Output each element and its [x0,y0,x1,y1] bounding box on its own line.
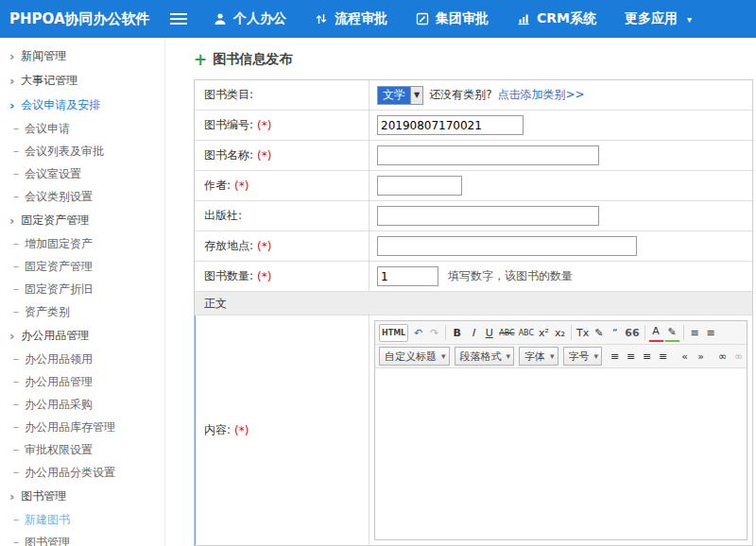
font-color-icon[interactable]: A [648,324,664,342]
dash-icon: – [13,145,19,158]
link-icon[interactable]: ∞ [714,348,730,366]
italic-icon[interactable]: I [465,324,481,342]
nav-more-apps[interactable]: 更多应用▾ [625,10,692,27]
form-row-book-name: 图书名称: (*) [195,141,752,171]
source-icon[interactable]: HTML [379,324,408,342]
nav-group-approval[interactable]: 集团审批 [416,10,489,27]
subscript-icon[interactable]: x₂ [552,324,568,342]
align-left-icon[interactable]: ≡ [607,348,623,366]
bar-chart-icon [517,12,530,26]
chevron-right-icon: › [9,98,14,112]
required-mark: (*) [257,240,271,253]
sidebar-item-3-3[interactable]: –资产类别 [0,300,164,323]
sidebar-group-label: 固定资产管理 [21,213,89,229]
rich-text-editor: HTML↶↷BIUABCABCx²x₂Tx✎“66A✎≡≡ 自定义标题▾段落格式… [374,320,747,540]
sidebar-item-5-0[interactable]: –新建图书 [0,508,164,531]
custom-title-select[interactable]: 自定义标题▾ [379,347,450,366]
sidebar-item-3-1[interactable]: –固定资产管理 [0,255,164,278]
location-input[interactable] [377,236,637,256]
strikethrough-icon[interactable]: ABC [497,324,516,342]
body-section-label: 正文 [204,296,227,312]
remove-format-icon[interactable]: Tx [575,324,591,342]
sidebar-item-2-2[interactable]: –会议室设置 [0,162,164,185]
font-size-select[interactable]: 字号▾ [563,347,603,366]
caret-down-icon: ▾ [687,14,692,25]
chevron-right-icon: › [9,49,14,63]
highlight-icon[interactable]: ✎ [664,324,680,342]
sidebar-group-0[interactable]: ›新闻管理 [0,43,164,68]
toolbar-separator [644,325,645,340]
sidebar-item-5-1[interactable]: –图书管理 [0,531,164,546]
format-painter-icon[interactable]: ✎ [591,324,607,342]
undo-icon[interactable]: ↶ [410,324,426,342]
superscript-icon[interactable]: x² [536,324,552,342]
nav-label: 集团审批 [436,10,489,27]
unordered-list-icon[interactable]: ≡ [703,324,719,342]
book-name-input[interactable] [377,145,599,165]
sidebar-item-4-5[interactable]: –办公用品分类设置 [0,461,164,484]
indent-decrease-icon[interactable]: « [677,348,693,366]
book-form: 图书类目: 文学▼ 还没有类别? 点击添加类别>> 图书编号: (*) [194,79,753,546]
sidebar-item-3-2[interactable]: –固定资产折旧 [0,278,164,300]
app-logo: PHPOA协同办公软件 [0,10,159,28]
dash-icon: – [13,122,19,135]
quote-icon[interactable]: 66 [623,324,641,342]
sidebar-item-4-3[interactable]: –办公用品库存管理 [0,416,164,438]
required-mark: (*) [257,149,271,162]
nav-crm-system[interactable]: CRM系统 [517,10,596,27]
blockquote-icon[interactable]: “ [607,324,623,342]
sidebar-item-label: 会议类别设置 [25,189,93,205]
caret-down-icon: ▼ [410,87,422,104]
sidebar-item-4-2[interactable]: –办公用品采购 [0,393,164,416]
add-category-link[interactable]: 点击添加类别>> [498,87,585,103]
topbar-nav: 个人办公流程审批集团审批CRM系统更多应用▾ [214,10,692,27]
publisher-input[interactable] [377,206,599,226]
sidebar-item-label: 会议列表及审批 [25,144,104,160]
nav-personal-office[interactable]: 个人办公 [214,10,286,27]
toolbar-separator [683,325,684,340]
bold-icon[interactable]: B [449,324,465,342]
editor-content-area[interactable] [375,368,747,539]
category-select[interactable]: 文学▼ [377,86,423,105]
add-icon: + [194,52,207,68]
author-input[interactable] [377,176,462,196]
sidebar-item-4-1[interactable]: –办公用品管理 [0,370,164,393]
nav-workflow-approval[interactable]: 流程审批 [315,10,387,27]
align-justify-icon[interactable]: ≡ [655,348,671,366]
form-row-author: 作者: (*) [195,171,752,201]
sidebar-group-2[interactable]: ›会议申请及安排 [0,93,164,117]
unlink-icon[interactable]: ∞ [730,348,747,366]
chevron-right-icon: › [9,489,14,503]
paragraph-format-select[interactable]: 段落格式▾ [455,347,515,366]
sidebar-item-2-1[interactable]: –会议列表及审批 [0,140,164,162]
indent-increase-icon[interactable]: » [693,348,709,366]
underline-icon[interactable]: U [481,324,497,342]
align-right-icon[interactable]: ≡ [639,348,655,366]
required-mark: (*) [234,179,249,193]
sidebar-group-4[interactable]: ›办公用品管理 [0,323,164,348]
ordered-list-icon[interactable]: ≡ [687,324,703,342]
redo-icon[interactable]: ↷ [426,324,442,342]
align-center-icon[interactable]: ≡ [623,348,639,366]
sidebar-item-4-4[interactable]: –审批权限设置 [0,438,164,461]
font-family-select[interactable]: 字体▾ [519,347,558,366]
form-row-content: 内容: (*) HTML↶↷BIUABCABCx²x₂Tx✎“66A✎≡≡ 自定… [195,316,752,545]
sidebar-group-label: 新闻管理 [21,48,66,64]
custom-title-select-label: 自定义标题 [385,350,437,364]
spellcheck-icon[interactable]: ABC [517,324,536,342]
form-row-category: 图书类目: 文学▼ 还没有类别? 点击添加类别>> [195,80,752,111]
sidebar-item-2-0[interactable]: –会议申请 [0,117,164,140]
sidebar-item-2-3[interactable]: –会议类别设置 [0,185,164,208]
sidebar-group-5[interactable]: ›图书管理 [0,484,164,508]
sidebar-group-3[interactable]: ›固定资产管理 [0,208,164,232]
dash-icon: – [13,513,19,526]
book-number-input[interactable] [377,115,524,135]
hamburger-menu-icon[interactable] [159,0,198,38]
quantity-input[interactable] [377,266,438,286]
sidebar-item-label: 办公用品采购 [25,397,93,413]
sidebar-group-1[interactable]: ›大事记管理 [0,68,164,93]
sidebar-item-3-0[interactable]: –增加固定资产 [0,232,164,255]
publisher-label: 出版社: [204,208,242,224]
sidebar-item-4-0[interactable]: –办公用品领用 [0,348,164,370]
sidebar-menu: ›新闻管理›大事记管理›会议申请及安排–会议申请–会议列表及审批–会议室设置–会… [0,38,165,546]
